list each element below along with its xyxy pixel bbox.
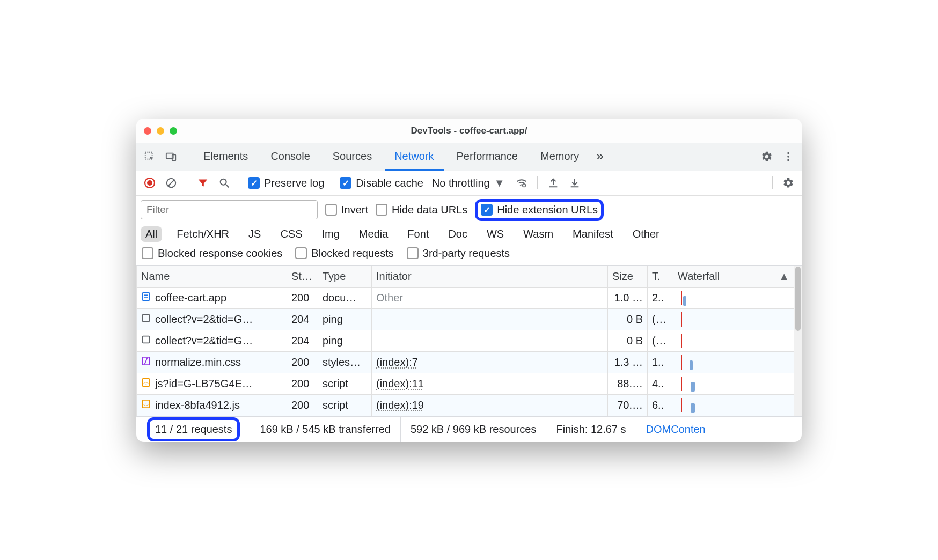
requests-highlight: 11 / 21 requests <box>147 417 240 441</box>
hide-data-urls-checkbox[interactable]: Hide data URLs <box>376 204 467 216</box>
disable-cache-checkbox[interactable]: Disable cache <box>340 177 423 189</box>
cell-type: docu… <box>318 287 372 308</box>
cell-status: 200 <box>287 373 318 394</box>
table-row[interactable]: coffee-cart.app200docu…Other1.0 …2.. <box>137 287 794 308</box>
table-row[interactable]: collect?v=2&tid=G…204ping0 B(… <box>137 330 794 351</box>
tab-performance[interactable]: Performance <box>447 143 528 171</box>
filter-toggle-icon[interactable] <box>195 175 211 191</box>
separator <box>332 176 332 189</box>
blocked-requests-checkbox[interactable]: Blocked requests <box>295 247 393 260</box>
cell-status: 204 <box>287 330 318 351</box>
close-window-button[interactable] <box>144 127 151 135</box>
tab-sources[interactable]: Sources <box>323 143 382 171</box>
resource-type-filters: All Fetch/XHR JS CSS Img Media Font Doc … <box>136 224 802 246</box>
third-party-checkbox[interactable]: 3rd-party requests <box>407 247 510 260</box>
table-row[interactable]: <>js?id=G-LB75G4E…200script(index):1188.… <box>137 373 794 394</box>
type-other[interactable]: Other <box>628 226 664 242</box>
cell-type: ping <box>318 330 372 351</box>
type-ws[interactable]: WS <box>482 226 509 242</box>
status-transferred: 169 kB / 545 kB transferred <box>250 417 400 442</box>
record-button[interactable] <box>142 175 158 191</box>
cell-size: 0 B <box>608 330 648 351</box>
invert-checkbox[interactable]: Invert <box>325 204 368 216</box>
tab-console[interactable]: Console <box>261 143 319 171</box>
type-doc[interactable]: Doc <box>443 226 472 242</box>
invert-label: Invert <box>341 204 368 216</box>
table-row[interactable]: <>index-8bfa4912.js200script(index):1970… <box>137 394 794 416</box>
inspect-element-icon[interactable] <box>141 148 159 166</box>
col-size[interactable]: Size <box>608 266 648 287</box>
cell-time: 2.. <box>648 287 673 308</box>
cell-waterfall <box>673 287 794 308</box>
table-row[interactable]: normalize.min.css200styles…(index):71.3 … <box>137 351 794 373</box>
col-name[interactable]: Name <box>137 266 287 287</box>
more-menu-icon[interactable] <box>779 148 797 166</box>
filter-input[interactable] <box>141 200 318 219</box>
initiator-link[interactable]: (index):7 <box>376 356 418 368</box>
type-font[interactable]: Font <box>402 226 434 242</box>
type-media[interactable]: Media <box>354 226 393 242</box>
request-name: index-8bfa4912.js <box>155 399 240 411</box>
network-toolbar: Preserve log Disable cache No throttling… <box>136 171 802 196</box>
import-har-icon[interactable] <box>545 175 561 191</box>
cell-time: (… <box>648 308 673 330</box>
blocked-cookies-checkbox[interactable]: Blocked response cookies <box>142 247 282 260</box>
svg-line-11 <box>226 185 229 188</box>
cell-waterfall <box>673 330 794 351</box>
cell-type: ping <box>318 308 372 330</box>
col-status[interactable]: St… <box>287 266 318 287</box>
svg-point-5 <box>787 159 789 161</box>
hide-extension-urls-checkbox[interactable]: Hide extension URLs <box>481 204 598 216</box>
cell-initiator: (index):11 <box>372 373 608 394</box>
type-wasm[interactable]: Wasm <box>518 226 558 242</box>
col-time[interactable]: T. <box>648 266 673 287</box>
export-har-icon[interactable] <box>567 175 583 191</box>
type-manifest[interactable]: Manifest <box>568 226 618 242</box>
tab-network[interactable]: Network <box>385 143 443 171</box>
status-resources: 592 kB / 969 kB resources <box>401 417 547 442</box>
col-waterfall[interactable]: Waterfall▲ <box>673 266 794 287</box>
search-icon[interactable] <box>216 175 232 191</box>
tab-memory[interactable]: Memory <box>531 143 589 171</box>
col-type[interactable]: Type <box>318 266 372 287</box>
network-conditions-icon[interactable] <box>514 175 530 191</box>
cell-waterfall <box>673 351 794 373</box>
type-css[interactable]: CSS <box>275 226 307 242</box>
preserve-log-checkbox[interactable]: Preserve log <box>248 177 324 189</box>
svg-point-3 <box>787 152 789 154</box>
type-js[interactable]: JS <box>244 226 266 242</box>
request-name: normalize.min.css <box>155 356 241 369</box>
type-fetch-xhr[interactable]: Fetch/XHR <box>172 226 234 242</box>
file-icon: <> <box>141 399 151 411</box>
hide-data-urls-label: Hide data URLs <box>392 204 467 216</box>
panel-tabbar: Elements Console Sources Network Perform… <box>136 143 802 171</box>
file-icon <box>141 356 151 369</box>
settings-icon[interactable] <box>758 148 776 166</box>
zoom-window-button[interactable] <box>170 127 177 135</box>
cell-status: 200 <box>287 351 318 373</box>
device-toolbar-icon[interactable] <box>162 148 180 166</box>
type-all[interactable]: All <box>141 226 162 242</box>
cell-size: 88.… <box>608 373 648 394</box>
cell-size: 1.3 … <box>608 351 648 373</box>
svg-point-4 <box>787 156 789 158</box>
devtools-window: DevTools - coffee-cart.app/ Elements Con… <box>136 119 802 442</box>
tabs-overflow-button[interactable]: » <box>592 143 607 171</box>
throttling-select[interactable]: No throttling ▼ <box>429 177 508 189</box>
hide-extension-urls-highlight: Hide extension URLs <box>475 199 604 221</box>
type-img[interactable]: Img <box>317 226 345 242</box>
window-title: DevTools - coffee-cart.app/ <box>136 126 802 136</box>
initiator-link[interactable]: (index):11 <box>376 378 424 389</box>
network-settings-icon[interactable] <box>780 175 796 191</box>
chevron-down-icon: ▼ <box>494 177 505 189</box>
clear-button[interactable] <box>163 175 179 191</box>
tab-elements[interactable]: Elements <box>194 143 258 171</box>
file-icon <box>141 313 151 326</box>
table-row[interactable]: collect?v=2&tid=G…204ping0 B(… <box>137 308 794 330</box>
minimize-window-button[interactable] <box>157 127 164 135</box>
cell-size: 70.… <box>608 394 648 416</box>
status-domcontent: DOMConten <box>636 417 715 442</box>
vertical-scrollbar[interactable] <box>794 266 802 416</box>
col-initiator[interactable]: Initiator <box>372 266 608 287</box>
initiator-link[interactable]: (index):19 <box>376 399 424 411</box>
